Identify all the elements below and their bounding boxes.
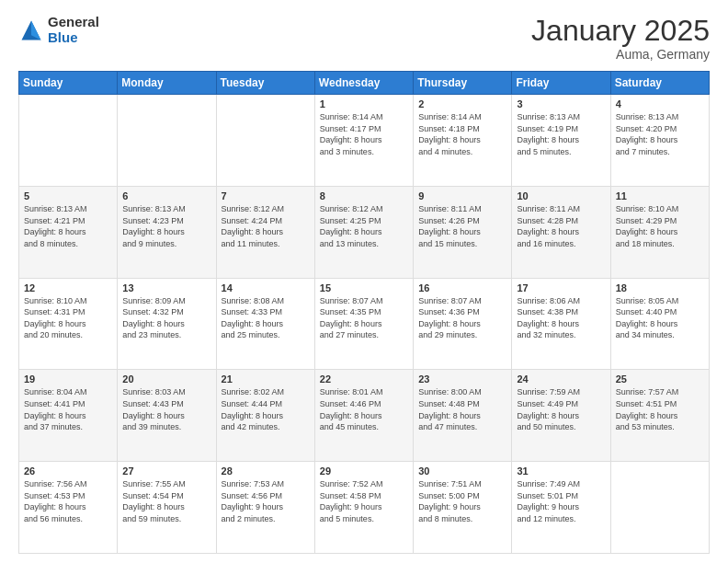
day-number: 18	[616, 282, 704, 293]
weekday-header-monday: Monday	[118, 72, 216, 95]
calendar-cell: 1Sunrise: 8:14 AM Sunset: 4:17 PM Daylig…	[314, 95, 413, 187]
day-number: 13	[122, 282, 210, 293]
day-number: 27	[122, 465, 210, 477]
calendar-cell: 5Sunrise: 8:13 AM Sunset: 4:21 PM Daylig…	[19, 186, 118, 278]
calendar-cell: 19Sunrise: 8:04 AM Sunset: 4:41 PM Dayli…	[19, 370, 118, 462]
calendar-cell	[216, 95, 314, 187]
calendar-cell: 10Sunrise: 8:11 AM Sunset: 4:28 PM Dayli…	[512, 186, 610, 278]
day-info: Sunrise: 7:49 AM Sunset: 5:01 PM Dayligh…	[517, 478, 605, 524]
day-number: 19	[24, 373, 112, 385]
logo-general: General	[48, 15, 99, 30]
day-info: Sunrise: 8:05 AM Sunset: 4:40 PM Dayligh…	[616, 295, 704, 341]
day-number: 2	[418, 98, 506, 109]
day-info: Sunrise: 8:14 AM Sunset: 4:17 PM Dayligh…	[320, 111, 408, 157]
calendar-cell: 2Sunrise: 8:14 AM Sunset: 4:18 PM Daylig…	[414, 95, 512, 187]
day-info: Sunrise: 7:56 AM Sunset: 4:53 PM Dayligh…	[24, 478, 112, 524]
day-info: Sunrise: 8:03 AM Sunset: 4:43 PM Dayligh…	[122, 386, 210, 432]
day-info: Sunrise: 8:13 AM Sunset: 4:20 PM Dayligh…	[616, 111, 704, 157]
calendar-cell: 6Sunrise: 8:13 AM Sunset: 4:23 PM Daylig…	[118, 186, 216, 278]
day-info: Sunrise: 7:51 AM Sunset: 5:00 PM Dayligh…	[418, 478, 506, 524]
day-number: 8	[320, 190, 408, 201]
week-row-1: 1Sunrise: 8:14 AM Sunset: 4:17 PM Daylig…	[19, 95, 710, 187]
day-number: 6	[122, 190, 210, 201]
calendar-cell: 22Sunrise: 8:01 AM Sunset: 4:46 PM Dayli…	[314, 370, 413, 462]
day-number: 21	[222, 373, 310, 385]
day-info: Sunrise: 8:08 AM Sunset: 4:33 PM Dayligh…	[222, 295, 310, 341]
calendar-cell: 25Sunrise: 7:57 AM Sunset: 4:51 PM Dayli…	[610, 370, 709, 462]
day-number: 30	[418, 465, 506, 477]
day-info: Sunrise: 7:52 AM Sunset: 4:58 PM Dayligh…	[320, 478, 408, 524]
day-number: 7	[222, 190, 310, 201]
day-number: 25	[616, 373, 704, 385]
calendar-cell: 9Sunrise: 8:11 AM Sunset: 4:26 PM Daylig…	[414, 186, 512, 278]
day-number: 3	[517, 98, 605, 109]
day-info: Sunrise: 8:14 AM Sunset: 4:18 PM Dayligh…	[418, 111, 506, 157]
day-number: 29	[320, 465, 408, 477]
day-info: Sunrise: 8:10 AM Sunset: 4:29 PM Dayligh…	[616, 203, 704, 249]
calendar-cell: 31Sunrise: 7:49 AM Sunset: 5:01 PM Dayli…	[512, 462, 610, 554]
day-number: 15	[320, 282, 408, 293]
day-info: Sunrise: 8:06 AM Sunset: 4:38 PM Dayligh…	[517, 295, 605, 341]
calendar-cell	[610, 462, 709, 554]
calendar-table: SundayMondayTuesdayWednesdayThursdayFrid…	[18, 71, 710, 554]
day-info: Sunrise: 8:09 AM Sunset: 4:32 PM Dayligh…	[122, 295, 210, 341]
day-number: 20	[122, 373, 210, 385]
calendar-cell: 20Sunrise: 8:03 AM Sunset: 4:43 PM Dayli…	[118, 370, 216, 462]
day-number: 12	[24, 282, 112, 293]
calendar-cell: 18Sunrise: 8:05 AM Sunset: 4:40 PM Dayli…	[610, 278, 709, 370]
calendar-cell: 23Sunrise: 8:00 AM Sunset: 4:48 PM Dayli…	[414, 370, 512, 462]
week-row-4: 19Sunrise: 8:04 AM Sunset: 4:41 PM Dayli…	[19, 370, 710, 462]
day-number: 23	[418, 373, 506, 385]
logo-text: General Blue	[48, 15, 99, 45]
day-info: Sunrise: 7:57 AM Sunset: 4:51 PM Dayligh…	[616, 386, 704, 432]
day-info: Sunrise: 8:12 AM Sunset: 4:24 PM Dayligh…	[222, 203, 310, 249]
day-number: 24	[517, 373, 605, 385]
weekday-header-saturday: Saturday	[610, 72, 709, 95]
calendar-cell: 7Sunrise: 8:12 AM Sunset: 4:24 PM Daylig…	[216, 186, 314, 278]
day-info: Sunrise: 8:13 AM Sunset: 4:21 PM Dayligh…	[24, 203, 112, 249]
day-info: Sunrise: 7:59 AM Sunset: 4:49 PM Dayligh…	[517, 386, 605, 432]
day-info: Sunrise: 8:13 AM Sunset: 4:19 PM Dayligh…	[517, 111, 605, 157]
calendar-cell: 8Sunrise: 8:12 AM Sunset: 4:25 PM Daylig…	[314, 186, 413, 278]
title-block: January 2025 Auma, Germany	[531, 15, 710, 62]
day-number: 22	[320, 373, 408, 385]
calendar-cell: 24Sunrise: 7:59 AM Sunset: 4:49 PM Dayli…	[512, 370, 610, 462]
day-info: Sunrise: 8:00 AM Sunset: 4:48 PM Dayligh…	[418, 386, 506, 432]
day-number: 1	[320, 98, 408, 109]
main-title: January 2025	[531, 15, 710, 47]
weekday-header-sunday: Sunday	[19, 72, 118, 95]
day-number: 10	[517, 190, 605, 201]
weekday-header-friday: Friday	[512, 72, 610, 95]
day-info: Sunrise: 8:13 AM Sunset: 4:23 PM Dayligh…	[122, 203, 210, 249]
weekday-header-wednesday: Wednesday	[314, 72, 413, 95]
logo-blue: Blue	[48, 30, 99, 46]
calendar-cell: 27Sunrise: 7:55 AM Sunset: 4:54 PM Dayli…	[118, 462, 216, 554]
day-info: Sunrise: 8:07 AM Sunset: 4:35 PM Dayligh…	[320, 295, 408, 341]
calendar-cell: 14Sunrise: 8:08 AM Sunset: 4:33 PM Dayli…	[216, 278, 314, 370]
day-info: Sunrise: 8:07 AM Sunset: 4:36 PM Dayligh…	[418, 295, 506, 341]
subtitle: Auma, Germany	[531, 47, 710, 62]
calendar-cell: 26Sunrise: 7:56 AM Sunset: 4:53 PM Dayli…	[19, 462, 118, 554]
calendar-cell: 4Sunrise: 8:13 AM Sunset: 4:20 PM Daylig…	[610, 95, 709, 187]
calendar-cell: 29Sunrise: 7:52 AM Sunset: 4:58 PM Dayli…	[314, 462, 413, 554]
week-row-5: 26Sunrise: 7:56 AM Sunset: 4:53 PM Dayli…	[19, 462, 710, 554]
logo: General Blue	[18, 15, 99, 45]
calendar-cell: 17Sunrise: 8:06 AM Sunset: 4:38 PM Dayli…	[512, 278, 610, 370]
day-number: 4	[616, 98, 704, 109]
calendar-cell: 11Sunrise: 8:10 AM Sunset: 4:29 PM Dayli…	[610, 186, 709, 278]
calendar-cell: 3Sunrise: 8:13 AM Sunset: 4:19 PM Daylig…	[512, 95, 610, 187]
day-info: Sunrise: 8:11 AM Sunset: 4:28 PM Dayligh…	[517, 203, 605, 249]
calendar-cell: 30Sunrise: 7:51 AM Sunset: 5:00 PM Dayli…	[414, 462, 512, 554]
day-info: Sunrise: 7:55 AM Sunset: 4:54 PM Dayligh…	[122, 478, 210, 524]
week-row-2: 5Sunrise: 8:13 AM Sunset: 4:21 PM Daylig…	[19, 186, 710, 278]
calendar-cell	[19, 95, 118, 187]
calendar-cell	[118, 95, 216, 187]
day-number: 26	[24, 465, 112, 477]
day-number: 14	[222, 282, 310, 293]
day-info: Sunrise: 8:02 AM Sunset: 4:44 PM Dayligh…	[222, 386, 310, 432]
day-info: Sunrise: 7:53 AM Sunset: 4:56 PM Dayligh…	[222, 478, 310, 524]
week-row-3: 12Sunrise: 8:10 AM Sunset: 4:31 PM Dayli…	[19, 278, 710, 370]
calendar-cell: 13Sunrise: 8:09 AM Sunset: 4:32 PM Dayli…	[118, 278, 216, 370]
calendar-cell: 28Sunrise: 7:53 AM Sunset: 4:56 PM Dayli…	[216, 462, 314, 554]
day-info: Sunrise: 8:11 AM Sunset: 4:26 PM Dayligh…	[418, 203, 506, 249]
